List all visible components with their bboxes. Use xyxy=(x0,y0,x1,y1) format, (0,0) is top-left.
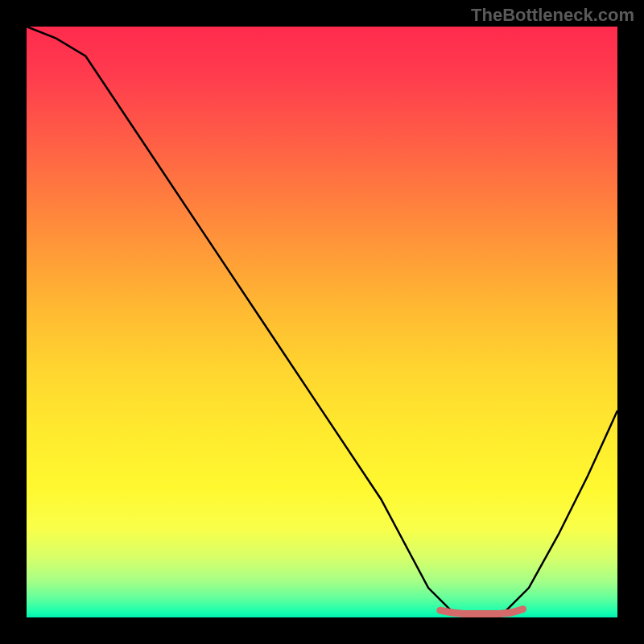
watermark-text: TheBottleneck.com xyxy=(471,5,634,26)
chart-plot-area xyxy=(27,27,617,617)
chart-frame: TheBottleneck.com xyxy=(0,0,644,644)
